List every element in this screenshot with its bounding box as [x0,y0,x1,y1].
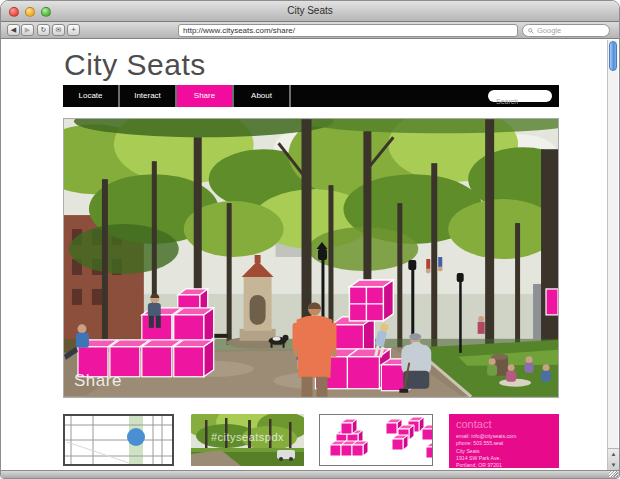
browser-search-input[interactable] [537,25,607,36]
contact-email: email: info@cityseats.com [456,433,552,440]
back-icon[interactable]: ◀ [7,24,20,36]
nav-tab-share[interactable]: Share [177,85,234,107]
nav-tab-interact[interactable]: Interact [120,85,177,107]
nav-tab-locate[interactable]: Locate [63,85,120,107]
contact-street: 1914 SW Park Ave. [456,455,552,462]
contact-name: City Seats [456,448,552,455]
thumbnail-hashtag-photo[interactable]: #cityseatspdx [191,414,304,466]
hashtag-label: #cityseatspdx [191,431,304,443]
site-search-field [488,90,552,102]
browser-window: City Seats ◀ ▶ ↻ ✉ + City Seats Locate I… [0,0,620,479]
search-icon [528,28,534,34]
browser-search-field [522,24,610,37]
main-nav: Locate Interact Share About [63,85,559,107]
mail-icon[interactable]: ✉ [52,24,65,36]
cube-pattern-graphic [320,415,432,465]
hero-image: Share [63,118,559,398]
contact-city: Portland, OR 97201 [456,462,552,468]
browser-toolbar: ◀ ▶ ↻ ✉ + [1,22,619,39]
resize-grip[interactable] [609,471,618,477]
thumbnail-contact-card[interactable]: contact email: info@cityseats.com phone:… [449,414,559,468]
window-title: City Seats [1,5,619,16]
title-bar: City Seats [1,1,619,22]
hero-photo [64,119,558,397]
scroll-up-icon[interactable]: ▲ [608,449,619,460]
thumbnail-cube-pattern[interactable] [319,414,433,466]
contact-title: contact [456,418,552,430]
nav-tab-about[interactable]: About [234,85,291,107]
site-title: City Seats [64,48,206,82]
hero-caption: Share [74,371,122,391]
vertical-scrollbar[interactable]: ▲ ▼ [607,40,618,470]
forward-icon[interactable]: ▶ [21,24,34,36]
url-input[interactable] [178,24,518,37]
map-graphic [65,416,172,464]
floating-cube [349,280,393,321]
map-location-dot [127,428,145,446]
site-search-input[interactable] [488,96,552,108]
add-bookmark-icon[interactable]: + [67,24,80,36]
thumbnail-map[interactable] [63,414,174,466]
reload-icon[interactable]: ↻ [37,24,50,36]
contact-phone: phone: 503.555.seat [456,440,552,447]
page-content: City Seats Locate Interact Share About [2,40,607,470]
scrollbar-thumb[interactable] [609,41,617,71]
window-bottom-frame [1,470,619,478]
